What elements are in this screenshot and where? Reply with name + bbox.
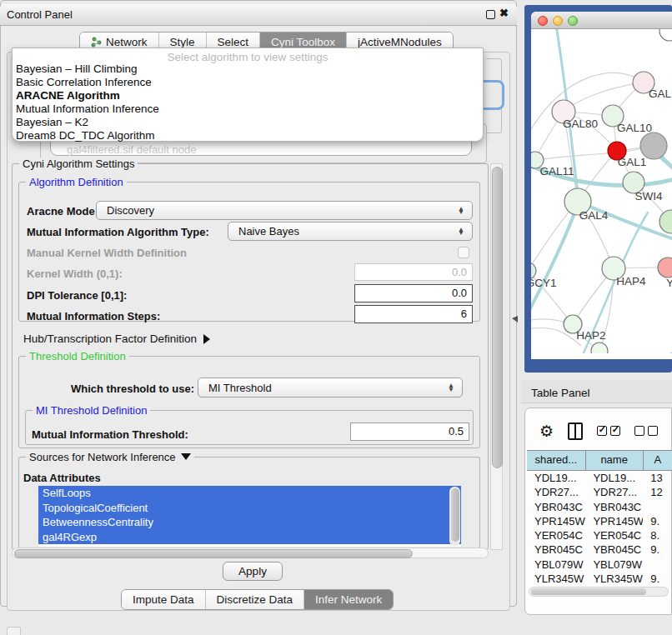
- node-label: GAL: [649, 88, 672, 100]
- which-threshold-label: Which threshold to use:: [71, 382, 194, 395]
- node-label: HAP4: [616, 275, 646, 288]
- table-cell: YER054C: [527, 528, 585, 542]
- column-header[interactable]: shared...: [527, 451, 586, 470]
- tab-discretize-data[interactable]: Discretize Data: [206, 590, 305, 609]
- collapsed-arrow-icon: [203, 334, 210, 344]
- mi-type-label: Mutual Information Algorithm Type:: [27, 226, 209, 238]
- attribute-list-scrollbar[interactable]: [449, 487, 460, 546]
- table-header-row: shared...nameA: [527, 450, 672, 471]
- table-cell: YBR043C: [585, 500, 643, 514]
- table-panel: ⚙ shared...nameAYDL19...YDL19...13YDR27.…: [524, 408, 672, 615]
- spinner-arrows-icon: ▲▼: [448, 384, 454, 392]
- apply-button[interactable]: Apply: [223, 562, 283, 581]
- table-cell: 8.: [643, 528, 672, 542]
- manual-kernel-checkbox[interactable]: [458, 247, 469, 258]
- gear-icon[interactable]: ⚙: [539, 422, 554, 441]
- table-row[interactable]: YDR27...YDR27...12: [527, 485, 672, 499]
- table-cell: [643, 500, 672, 514]
- table-row[interactable]: YBR045CYBR045C9.: [527, 542, 672, 557]
- table-cell: YDR27...: [527, 485, 585, 499]
- data-attribute-item[interactable]: gal4RGexp: [38, 530, 461, 545]
- network-node[interactable]: [659, 29, 672, 41]
- settings-vertical-scrollbar[interactable]: [490, 163, 503, 550]
- network-view-frame[interactable]: GALGAL80GAL10GAL1GAL11SWI4GAL4GCY1HAP4YH…: [524, 5, 672, 372]
- dpi-tolerance-field[interactable]: 0.0: [354, 284, 473, 302]
- tab-infer-network[interactable]: Infer Network: [304, 590, 393, 609]
- deselect-all-icon[interactable]: [634, 426, 658, 436]
- node-label: GCY1: [531, 277, 556, 289]
- control-panel-titlebar[interactable]: [0, 4, 517, 26]
- network-window-titlebar[interactable]: [531, 12, 672, 29]
- aracne-mode-label: Aracne Mode:: [27, 205, 98, 218]
- algorithm-option[interactable]: ARACNE Algorithm: [13, 89, 483, 102]
- algorithm-dropdown-popup: Select algorithm to view settings Bayesi…: [12, 48, 484, 142]
- data-attributes-list[interactable]: SelfLoopsTopologicalCoefficientBetweenne…: [38, 486, 461, 547]
- mi-steps-label: Mutual Information Steps:: [27, 310, 160, 322]
- cyni-settings-title: Cyni Algorithm Settings: [19, 158, 138, 170]
- algorithm-option[interactable]: Bayesian – Hill Climbing: [13, 62, 483, 76]
- minimized-window-fragment: [7, 627, 21, 635]
- column-header[interactable]: A: [644, 451, 672, 470]
- table-cell: 13: [643, 471, 672, 485]
- algorithm-option[interactable]: Basic Correlation Inference: [13, 76, 483, 89]
- table-cell: YPR145W: [527, 514, 585, 528]
- mi-type-value: Naive Bayes: [238, 225, 299, 238]
- spinner-arrows-icon: ▲▼: [458, 207, 464, 214]
- table-row[interactable]: YBL079WYBL079W: [527, 558, 672, 572]
- algorithm-option[interactable]: Dream8 DC_TDC Algorithm: [13, 129, 483, 142]
- table-cell: 9.: [643, 542, 672, 557]
- expanded-arrow-icon: [181, 453, 191, 460]
- node-label: GAL10: [617, 122, 652, 134]
- zoom-traffic-light-icon[interactable]: [568, 16, 578, 26]
- table-row[interactable]: YBR043CYBR043C: [527, 500, 672, 514]
- float-window-icon[interactable]: [486, 10, 495, 19]
- sources-title[interactable]: Sources for Network Inference: [26, 451, 194, 463]
- table-row[interactable]: YER054CYER054C8.: [527, 528, 672, 542]
- data-attribute-item[interactable]: TopologicalCoefficient: [38, 501, 461, 516]
- network-canvas[interactable]: GALGAL80GAL10GAL1GAL11SWI4GAL4GCY1HAP4YH…: [531, 29, 672, 353]
- which-threshold-combo[interactable]: MI Threshold ▲▼: [198, 378, 463, 398]
- algorithm-option[interactable]: Mutual Information Inference: [13, 102, 483, 116]
- table-row[interactable]: YPR145WYPR145W9.: [527, 514, 672, 528]
- dpi-tolerance-label: DPI Tolerance [0,1]:: [27, 289, 127, 302]
- table-cell: YBR045C: [585, 542, 643, 557]
- kernel-width-field[interactable]: 0.0: [354, 263, 473, 281]
- aracne-mode-combo[interactable]: Discovery ▲▼: [96, 201, 473, 220]
- table-horizontal-scrollbar[interactable]: [529, 587, 669, 597]
- data-attribute-item[interactable]: SelfLoops: [38, 486, 461, 501]
- algorithm-option[interactable]: Bayesian – K2: [13, 116, 483, 129]
- mi-steps-field[interactable]: 6: [354, 305, 473, 323]
- network-graph: GALGAL80GAL10GAL1GAL11SWI4GAL4GCY1HAP4YH…: [531, 29, 672, 353]
- minimize-traffic-light-icon[interactable]: [553, 16, 563, 26]
- hub-definition-toggle[interactable]: Hub/Transcription Factor Definition: [23, 332, 210, 345]
- select-all-icon[interactable]: [597, 426, 620, 436]
- table-cell: YDL19...: [585, 471, 643, 485]
- close-icon[interactable]: ✖: [499, 7, 509, 19]
- table-cell: YPR145W: [585, 514, 643, 528]
- table-cell: YLR345W: [527, 572, 585, 585]
- mi-threshold-group-title: MI Threshold Definition: [33, 404, 150, 417]
- table-row[interactable]: YLR345WYLR345W9.: [527, 572, 672, 585]
- network-node[interactable]: [659, 210, 672, 233]
- which-threshold-value: MI Threshold: [208, 382, 272, 394]
- node-label: SWI4: [634, 190, 662, 202]
- node-label: Y: [666, 277, 672, 289]
- column-header[interactable]: name: [586, 451, 644, 470]
- split-columns-icon[interactable]: [568, 422, 583, 440]
- data-attribute-item[interactable]: BetweennessCentrality: [38, 515, 461, 530]
- settings-horizontal-scrollbar[interactable]: [12, 548, 489, 558]
- mi-threshold-field[interactable]: 0.5: [350, 422, 469, 441]
- dropdown-prompt: Select algorithm to view settings: [13, 48, 483, 62]
- close-traffic-light-icon[interactable]: [538, 16, 548, 26]
- tab-impute-data[interactable]: Impute Data: [122, 590, 206, 609]
- network-node[interactable]: [591, 342, 608, 353]
- node-label: GAL1: [618, 156, 647, 168]
- manual-kernel-label: Manual Kernel Width Definition: [27, 247, 187, 259]
- network-node[interactable]: [658, 258, 672, 278]
- table-cell: YBR043C: [527, 500, 585, 514]
- table-cell: 9.: [643, 572, 672, 585]
- mi-threshold-label: Mutual Information Threshold:: [32, 428, 188, 441]
- network-select-value: gal4filtered.sif default node: [67, 143, 196, 156]
- table-row[interactable]: YDL19...YDL19...13: [527, 471, 672, 485]
- mi-type-combo[interactable]: Naive Bayes ▲▼: [228, 222, 473, 241]
